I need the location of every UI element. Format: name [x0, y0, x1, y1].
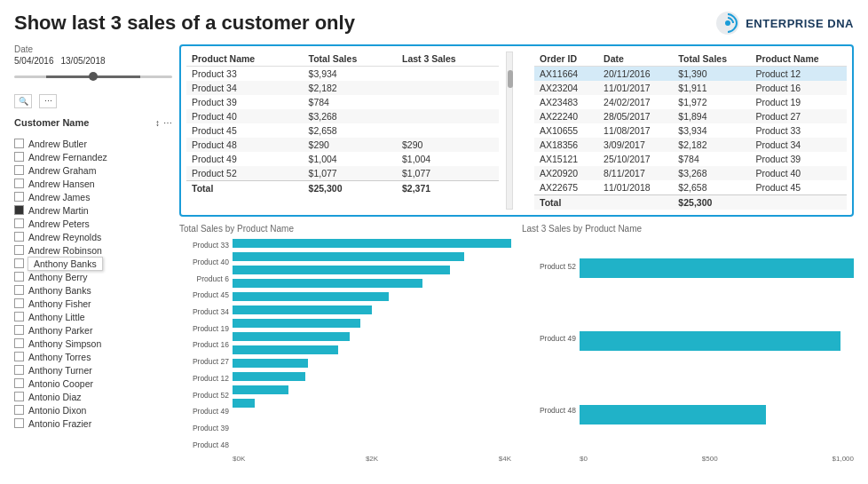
table-row[interactable]: AX23483 24/02/2017 $1,972 Product 19 [534, 95, 847, 109]
date-cell: 28/05/2017 [598, 109, 673, 123]
column-header: Date [598, 52, 673, 67]
table-row[interactable]: AX11664 20/11/2016 $1,390 Product 12 [534, 67, 847, 82]
customer-item[interactable]: Anthony BanksAnthony Banks [14, 257, 172, 270]
customer-item[interactable]: Andrew James [14, 190, 172, 203]
customer-item[interactable]: Anthony Parker [14, 323, 172, 337]
customer-list[interactable]: Andrew ButlerAndrew FernandezAndrew Grah… [14, 137, 172, 463]
customer-checkbox[interactable] [14, 165, 24, 175]
bar-row [580, 335, 854, 347]
customer-item[interactable]: Anthony Berry [14, 270, 172, 283]
bar-row [233, 290, 511, 303]
customer-checkbox[interactable] [14, 392, 24, 401]
date-cell: 3/09/2017 [598, 138, 673, 152]
customer-name: Anthony Banks [28, 285, 91, 296]
customer-checkbox[interactable] [14, 205, 24, 215]
left-data-table: Product NameTotal SalesLast 3 Sales Prod… [186, 52, 499, 195]
customer-item[interactable]: Anthony Torres [14, 350, 172, 363]
customer-item[interactable]: Anthony Banks [14, 283, 172, 297]
customer-checkbox[interactable] [14, 312, 24, 321]
total-sales-cell: $784 [304, 95, 397, 109]
customer-item[interactable]: Anthony Turner [14, 363, 172, 377]
table-row[interactable]: AX23204 11/01/2017 $1,911 Product 16 [534, 81, 847, 95]
bar [233, 332, 350, 341]
table-row[interactable]: Product 39 $784 [186, 95, 499, 109]
order-id-cell: AX22240 [534, 109, 598, 123]
customer-item[interactable]: Andrew Fernandez [14, 150, 172, 163]
product-cell: Product 34 [750, 138, 847, 152]
scroll-thumb [508, 70, 513, 88]
table-row[interactable]: AX10655 11/08/2017 $3,934 Product 33 [534, 123, 847, 138]
table-row[interactable]: AX18356 3/09/2017 $2,182 Product 34 [534, 138, 847, 152]
customer-checkbox[interactable] [14, 152, 24, 162]
bar-row [233, 357, 511, 369]
table-row[interactable]: Product 40 $3,268 [186, 109, 499, 123]
customer-checkbox[interactable] [14, 378, 24, 388]
left-table-scrollbar[interactable] [506, 52, 513, 210]
bar-label: Product 40 [179, 258, 233, 266]
customer-checkbox[interactable] [14, 325, 24, 335]
main-content: Product NameTotal SalesLast 3 Sales Prod… [179, 44, 854, 463]
slider-thumb[interactable] [89, 72, 98, 81]
total-sales-cell: $3,934 [304, 67, 397, 82]
customer-item[interactable]: Andrew Martin [14, 203, 172, 217]
table-row[interactable]: AX15121 25/10/2017 $784 Product 39 [534, 152, 847, 166]
customer-item[interactable]: Antonio Frazier [14, 417, 172, 430]
table-row[interactable]: Product 34 $2,182 [186, 81, 499, 95]
right-chart-x-axis: $0$500$1,000 [522, 455, 854, 463]
more-icon[interactable]: ⋯ [163, 118, 172, 128]
customer-item[interactable]: Anthony Simpson [14, 337, 172, 350]
customer-checkbox[interactable] [14, 365, 24, 375]
bar [233, 305, 372, 314]
customer-checkbox[interactable] [14, 272, 24, 282]
customer-checkbox[interactable] [14, 192, 24, 202]
date-slider[interactable] [14, 69, 172, 83]
product-cell: Product 49 [186, 152, 304, 166]
table-row[interactable]: AX22675 11/01/2018 $2,658 Product 45 [534, 180, 847, 195]
bar-label: Product 27 [179, 357, 233, 366]
bar-label: Product 16 [179, 340, 233, 349]
customer-item[interactable]: Antonio Diaz [14, 390, 172, 403]
search-icon[interactable]: 🔍 [14, 94, 32, 108]
customer-checkbox[interactable] [14, 405, 24, 415]
customer-checkbox[interactable] [14, 218, 24, 228]
customer-item[interactable]: Anthony Fisher [14, 297, 172, 310]
table-row[interactable]: Product 49 $1,004 $1,004 [186, 152, 499, 166]
customer-item[interactable]: Andrew Reynolds [14, 230, 172, 243]
customer-checkbox[interactable] [14, 258, 24, 268]
filter-icon[interactable]: ⋯ [39, 94, 57, 108]
customer-checkbox[interactable] [14, 232, 24, 242]
customer-item[interactable]: Antonio Cooper [14, 377, 172, 390]
customer-checkbox[interactable] [14, 245, 24, 255]
bar-row [233, 237, 511, 250]
customer-checkbox[interactable] [14, 139, 24, 148]
customer-item[interactable]: Antonio Dixon [14, 403, 172, 417]
customer-checkbox[interactable] [14, 352, 24, 361]
table-row[interactable]: Product 45 $2,658 [186, 123, 499, 138]
sort-icon[interactable]: ↕ [155, 118, 160, 128]
customer-checkbox[interactable] [14, 285, 24, 295]
date-label: Date [14, 44, 172, 54]
right-chart-bars [580, 237, 854, 453]
customer-checkbox[interactable] [14, 179, 24, 188]
customer-item[interactable]: Andrew Robinson [14, 243, 172, 257]
bar-label: Product 48 [522, 406, 580, 415]
bottom-charts: Total Sales by Product Name Product 33Pr… [179, 224, 854, 463]
table-row[interactable]: AX20920 8/11/2017 $3,268 Product 40 [534, 166, 847, 180]
customer-item[interactable]: Anthony Little [14, 310, 172, 323]
date-section: Date 5/04/2016 13/05/2018 [14, 44, 172, 85]
customer-checkbox[interactable] [14, 338, 24, 348]
column-header: Product Name [186, 52, 304, 67]
date-range: 5/04/2016 13/05/2018 [14, 56, 172, 66]
customer-checkbox[interactable] [14, 298, 24, 308]
table-row[interactable]: Product 52 $1,077 $1,077 [186, 166, 499, 181]
product-cell: Product 48 [186, 138, 304, 152]
customer-item[interactable]: Andrew Butler [14, 137, 172, 150]
table-row[interactable]: Product 33 $3,934 [186, 67, 499, 82]
right-chart-container: Last 3 Sales by Product Name Product 52P… [522, 224, 854, 463]
customer-checkbox[interactable] [14, 418, 24, 428]
table-row[interactable]: AX22240 28/05/2017 $1,894 Product 27 [534, 109, 847, 123]
customer-item[interactable]: Andrew Peters [14, 217, 172, 230]
customer-item[interactable]: Andrew Hansen [14, 177, 172, 190]
table-row[interactable]: Product 48 $290 $290 [186, 138, 499, 152]
customer-item[interactable]: Andrew Graham [14, 163, 172, 177]
